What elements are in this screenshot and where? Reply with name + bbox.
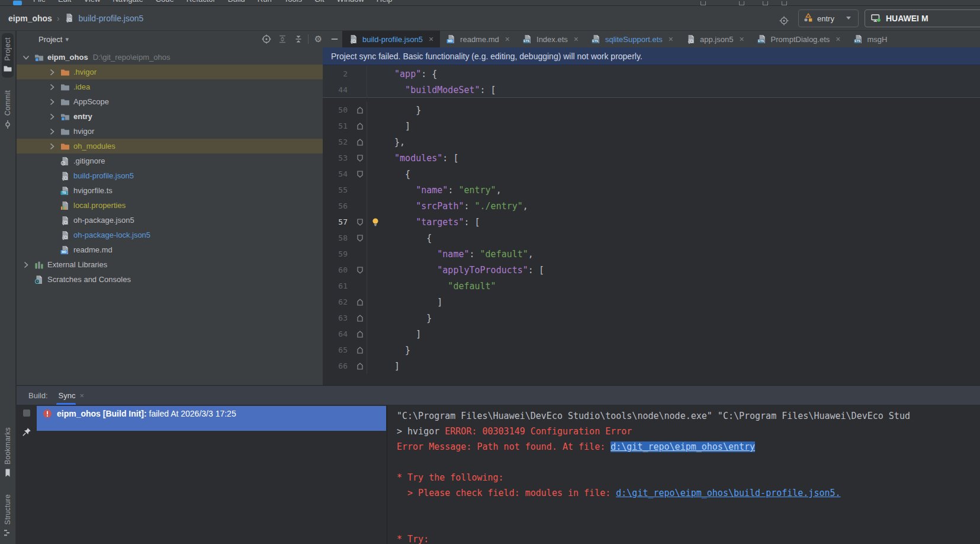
code-text: ] (384, 329, 421, 340)
tree-item-readme-md[interactable]: MDreadme.md (17, 242, 323, 257)
tree-item-hvigor[interactable]: hvigor (17, 124, 323, 139)
chevron-right-icon[interactable] (47, 112, 60, 121)
tool-window-button-commit[interactable]: Commit (2, 86, 14, 133)
project-panel-title[interactable]: Project (38, 35, 62, 44)
tree-item--idea[interactable]: .idea (17, 79, 323, 94)
fold-down-icon[interactable] (354, 169, 367, 179)
menu-edit[interactable]: Edit (58, 0, 71, 4)
tab-sqlitesupport-ets[interactable]: ETSsqliteSupport.ets× (585, 31, 680, 47)
tree-item-appscope[interactable]: AppScope (17, 94, 323, 109)
tree-item-external-libraries[interactable]: External Libraries (17, 257, 323, 272)
tool-window-button-structure[interactable]: Structure (2, 490, 14, 542)
close-icon[interactable]: × (429, 34, 433, 44)
tab-app-json5[interactable]: {app.json5× (680, 31, 751, 47)
tab-promptdialog-ets[interactable]: ETSPromptDialog.ets× (751, 31, 847, 47)
menu-build[interactable]: Build (228, 0, 245, 4)
device-target-button[interactable] (777, 14, 791, 28)
fold-up-icon[interactable] (354, 121, 367, 131)
gutter-divider (367, 262, 367, 278)
tab-label: Index.ets (536, 35, 568, 44)
gutter-divider (367, 230, 367, 246)
console-link[interactable]: d:\git_repo\eipm_ohos\build-profile.json… (616, 488, 840, 498)
chevron-right-icon[interactable] (47, 97, 60, 107)
tree-item-label: hvigor (73, 127, 94, 136)
menu-refactor[interactable]: Refactor (187, 0, 216, 4)
stop-icon[interactable] (22, 408, 31, 420)
code-text: ] (384, 297, 442, 308)
tree-item--hvigor[interactable]: .hvigor (17, 65, 323, 79)
panel-locate-file-button[interactable] (258, 32, 274, 46)
tab-sync[interactable]: Sync × (59, 386, 85, 405)
tree-item--gitignore[interactable]: .gitignore (17, 153, 323, 168)
console-text: * Try the following: (397, 472, 504, 483)
tool-window-button-project[interactable]: Project (2, 33, 14, 78)
fold-up-icon[interactable] (354, 137, 367, 147)
menu-tools[interactable]: Tools (284, 0, 302, 4)
close-icon[interactable]: × (836, 34, 840, 44)
close-icon[interactable]: × (79, 391, 84, 400)
chevron-right-icon (47, 97, 57, 107)
device-selector[interactable]: HUAWEI M (865, 9, 980, 27)
panel-collapse-all-button[interactable] (290, 32, 306, 46)
tree-item-oh-package-json5[interactable]: {oh-package.json5 (17, 213, 323, 228)
gutter-divider (367, 134, 367, 150)
menu-view[interactable]: View (83, 0, 100, 4)
build-result-row[interactable]: eipm_ohos [Build Init]: failed At 2026/3… (37, 406, 386, 431)
tab-index-ets[interactable]: ETSIndex.ets× (516, 31, 585, 47)
breadcrumb-project[interactable]: eipm_ohos (8, 14, 52, 23)
menu-git[interactable]: Git (314, 0, 324, 4)
fold-up-icon[interactable] (354, 105, 367, 115)
fold-up-icon[interactable] (354, 313, 367, 323)
chevron-down-icon[interactable] (21, 53, 34, 62)
tree-item-oh-modules[interactable]: oh_modules (17, 139, 323, 153)
breadcrumb-file[interactable]: build-profile.json5 (79, 14, 144, 23)
chevron-right-icon[interactable] (21, 260, 34, 270)
tree-item-hvigorfile-ts[interactable]: TShvigorfile.ts (17, 183, 323, 198)
tree-item-scratches-and-consoles[interactable]: Scratches and Consoles (17, 272, 323, 287)
menu-window[interactable]: Window (337, 0, 364, 4)
tree-item-entry[interactable]: entry (17, 109, 323, 124)
fold-up-icon[interactable] (354, 297, 367, 307)
fold-up-icon[interactable] (354, 345, 367, 355)
tree-item-oh-package-lock-json5[interactable]: {oh-package-lock.json5 (17, 228, 323, 242)
tab-readme-md[interactable]: MDreadme.md× (440, 31, 516, 47)
chevron-right-icon[interactable] (47, 127, 60, 136)
close-icon[interactable]: × (669, 34, 673, 44)
fold-up-icon[interactable] (354, 361, 367, 371)
pin-icon[interactable] (22, 427, 31, 439)
fold-down-icon[interactable] (354, 217, 367, 227)
intention-bulb[interactable] (367, 217, 384, 227)
tree-item-build-profile-json5[interactable]: {build-profile.json5 (17, 168, 323, 183)
menu-run[interactable]: Run (258, 0, 272, 4)
chevron-right-icon[interactable] (47, 142, 60, 151)
run-configuration-selector[interactable]: entry (798, 9, 859, 27)
tab-msgh[interactable]: ETSmsgH (847, 31, 894, 47)
console-link[interactable]: d:\git_repo\eipm_ohos\entry (611, 441, 755, 452)
menu-code[interactable]: Code (156, 0, 174, 4)
code-text: "default" (384, 281, 496, 292)
fold-down-icon[interactable] (354, 233, 367, 243)
project-panel-header: Project ▾ ⚙ (17, 31, 342, 47)
menu-file[interactable]: File (33, 0, 46, 4)
close-icon[interactable]: × (574, 34, 579, 44)
tab-build-profile-json5[interactable]: {build-profile.json5× (342, 31, 440, 47)
close-icon[interactable]: × (505, 34, 510, 44)
chevron-right-icon[interactable] (47, 82, 60, 92)
tool-window-button-bookmarks[interactable]: Bookmarks (2, 423, 14, 482)
code-line: 59 "name": "default", (323, 246, 980, 262)
tab-label: build-profile.json5 (362, 35, 423, 44)
menu-help[interactable]: Help (377, 0, 393, 4)
chevron-down-icon[interactable]: ▾ (65, 36, 69, 43)
tree-item-eipm-ohos[interactable]: eipm_ohosD:\git_repo\eipm_ohos (17, 50, 323, 65)
fold-up-icon[interactable] (354, 329, 367, 339)
panel-settings-gear-button[interactable]: ⚙ (310, 32, 326, 46)
menu-navigate[interactable]: Navigate (113, 0, 143, 4)
code-area[interactable]: 50 }51 ]52 },53 "modules": [54 {55 "name… (323, 98, 980, 385)
tree-item-local-properties[interactable]: local.properties (17, 198, 323, 213)
fold-down-icon[interactable] (354, 265, 367, 275)
fold-down-icon[interactable] (354, 153, 367, 163)
panel-expand-all-button[interactable] (274, 32, 290, 46)
chevron-right-icon[interactable] (47, 68, 60, 77)
panel-hide-panel-button[interactable] (326, 32, 342, 46)
close-icon[interactable]: × (739, 34, 744, 44)
